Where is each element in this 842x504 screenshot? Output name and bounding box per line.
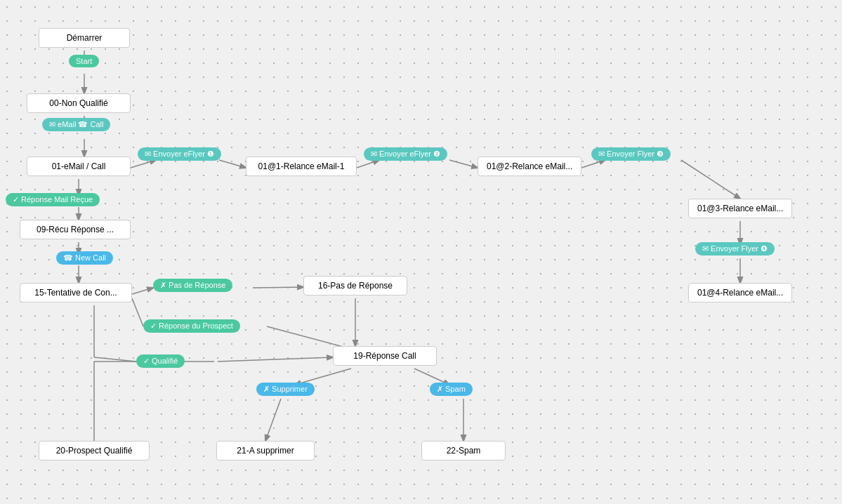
n16-node: 16-Pas de Réponse xyxy=(303,276,407,296)
n01-1-node: 01@1-Relance eMail-1 xyxy=(246,157,357,176)
envoyer4-badge[interactable]: ✉ Envoyer Flyer ❹ xyxy=(695,242,775,256)
svg-line-17 xyxy=(253,287,303,288)
reponse-prospect-badge[interactable]: ✓ Réponse du Prospect xyxy=(143,319,240,333)
svg-line-5 xyxy=(219,160,246,168)
envoyer3-badge[interactable]: ✉ Envoyer Flyer ❸ xyxy=(591,147,671,161)
svg-line-16 xyxy=(132,288,153,294)
svg-line-7 xyxy=(449,160,478,168)
svg-line-9 xyxy=(681,160,740,199)
n20-node: 20-Prospect Qualifié xyxy=(39,441,150,460)
svg-line-6 xyxy=(357,160,379,168)
n09-node: 09-Récu Réponse ... xyxy=(20,220,131,239)
n19-node: 19-Réponse Call xyxy=(333,346,437,366)
n01-3-node: 01@3-Relance eMail... xyxy=(688,199,792,218)
svg-line-8 xyxy=(581,160,605,168)
n01-node: 01-eMail / Call xyxy=(27,157,131,176)
svg-line-29 xyxy=(218,357,333,362)
n00-node: 00-Non Qualifié xyxy=(27,93,131,113)
envoyer1-badge[interactable]: ✉ Envoyer eFlyer ❶ xyxy=(138,147,221,161)
supprimer-badge[interactable]: ✗ Supprimer xyxy=(256,383,315,396)
svg-line-21 xyxy=(94,357,136,362)
reponse-mail-badge[interactable]: ✓ Réponse Mail Reçue xyxy=(6,193,100,206)
spam-badge[interactable]: ✗ Spam xyxy=(430,383,473,396)
n15-node: 15-Tentative de Con... xyxy=(20,283,132,303)
svg-line-18 xyxy=(132,298,143,326)
envoyer2-badge[interactable]: ✉ Envoyer eFlyer ❷ xyxy=(364,147,447,161)
pas-reponse-badge[interactable]: ✗ Pas de Réponse xyxy=(153,279,232,292)
n01-4-node: 01@4-Relance eMail... xyxy=(688,283,792,303)
n21-node: 21-A supprimer xyxy=(216,441,315,460)
new-call-badge[interactable]: ☎ New Call xyxy=(56,251,113,265)
demarrer-node: Démarrer xyxy=(39,28,130,48)
svg-line-26 xyxy=(265,399,281,441)
qualifie-badge[interactable]: ✓ Qualifié xyxy=(136,354,185,368)
start-badge[interactable]: Start xyxy=(69,55,99,67)
n01-2-node: 01@2-Relance eMail... xyxy=(478,157,581,176)
svg-line-4 xyxy=(131,160,156,168)
n22-node: 22-Spam xyxy=(421,441,506,460)
email-call-badge[interactable]: ✉ eMail ☎ Call xyxy=(42,118,110,131)
